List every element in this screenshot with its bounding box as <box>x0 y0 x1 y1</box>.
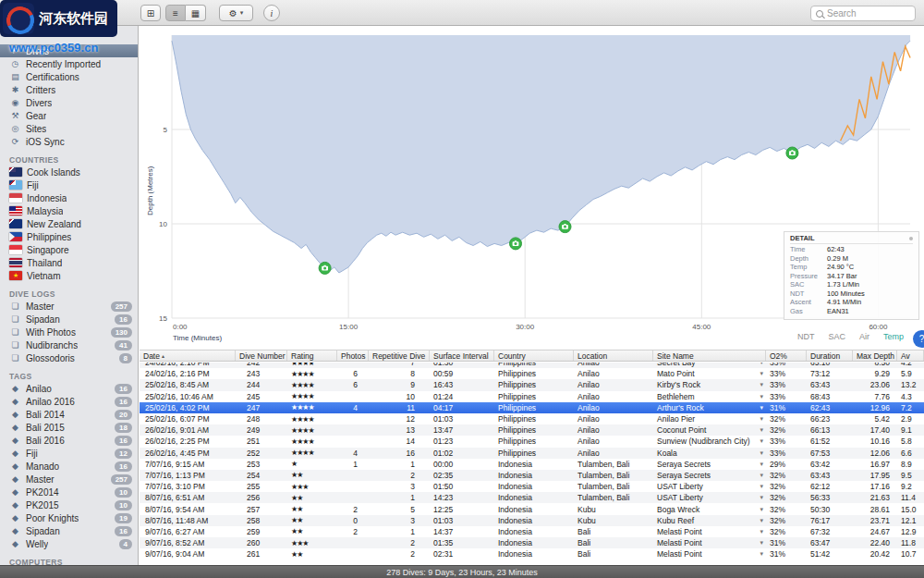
sidebar-item-fiji[interactable]: ◆Fiji12 <box>0 447 138 460</box>
column-header-duration[interactable]: Duration <box>807 350 853 361</box>
chevron-down-icon[interactable]: ▾ <box>760 517 763 524</box>
sidebar-item-divers[interactable]: ◉Divers <box>0 96 138 109</box>
column-header-max-depth[interactable]: Max Depth <box>853 350 897 361</box>
chevron-down-icon[interactable]: ▾ <box>760 506 763 513</box>
sidebar-item-bali-2014[interactable]: ◆Bali 201420 <box>0 408 138 421</box>
column-header-o2[interactable]: O2% <box>766 350 807 361</box>
table-row[interactable]: 7/07/16, 1:13 PM254★★202:35IndonesiaTula… <box>140 470 924 481</box>
sidebar-item-anilao[interactable]: ◆Anilao16 <box>0 382 138 395</box>
search-field[interactable] <box>810 6 916 21</box>
sidebar-item-anilao-2016[interactable]: ◆Anilao 201616 <box>0 395 138 408</box>
camera-marker-icon[interactable] <box>786 147 798 159</box>
dive-profile-chart[interactable]: 510150:0015:0030:0045:0060:00 Depth (Met… <box>140 26 924 350</box>
column-header-rating[interactable]: Rating <box>287 350 337 361</box>
action-menu-button[interactable]: ⚙ ▾ <box>219 5 253 21</box>
toggle-ndt[interactable]: NDT <box>797 332 815 341</box>
table-row[interactable]: 25/02/16, 10:46 AM245★★★★1001:24Philippi… <box>140 391 924 402</box>
sidebar-item-sipadan[interactable]: ❏Sipadan16 <box>0 313 138 326</box>
table-row[interactable]: 24/02/16, 2:16 PM243★★★★6800:59Philippin… <box>140 368 924 379</box>
chevron-down-icon[interactable]: ▾ <box>760 426 763 434</box>
sidebar-item-certifications[interactable]: ▤Certifications <box>0 70 138 83</box>
table-row[interactable]: 9/07/16, 9:04 AM261★★202:31IndonesiaBali… <box>140 548 924 560</box>
cell-o2: 32% <box>766 424 807 436</box>
sidebar-item-ios-sync[interactable]: ⟳iOS Sync <box>0 135 138 148</box>
chevron-down-icon[interactable]: ▾ <box>760 472 763 479</box>
toggle-temp[interactable]: Temp <box>883 332 904 341</box>
column-header-av[interactable]: Av <box>897 350 924 361</box>
chevron-down-icon[interactable]: ▾ <box>760 494 763 501</box>
camera-marker-icon[interactable] <box>510 238 522 250</box>
sidebar-item-thailand[interactable]: Thailand <box>0 256 138 269</box>
sidebar-item-glossodoris[interactable]: ❏Glossodoris8 <box>0 351 138 364</box>
table-row[interactable]: 25/02/16, 6:07 PM248★★★★1201:03Philippin… <box>140 413 924 424</box>
table-row[interactable]: 25/02/16, 8:45 AM244★★★★6916:43Philippin… <box>140 379 924 390</box>
column-header-site-name[interactable]: Site Name <box>653 350 766 361</box>
sidebar-item-new-zealand[interactable]: New Zealand <box>0 217 138 230</box>
column-header-photos[interactable]: Photos <box>337 350 369 361</box>
chevron-down-icon[interactable]: ▾ <box>760 363 763 366</box>
sidebar-item-singapore[interactable]: Singapore <box>0 243 138 256</box>
table-row[interactable]: 8/07/16, 6:51 AM256★★114:23IndonesiaTula… <box>140 492 924 503</box>
column-header-country[interactable]: Country <box>494 350 574 361</box>
column-header-date[interactable]: Date▴ <box>140 350 236 361</box>
sidebar-item-manado[interactable]: ◆Manado16 <box>0 460 138 473</box>
sidebar-item-nudibranchs[interactable]: ❏Nudibranchs41 <box>0 338 138 351</box>
sidebar-item-indonesia[interactable]: Indonesia <box>0 191 138 204</box>
column-header-surface-interval[interactable]: Surface Interval <box>430 350 494 361</box>
gallery-view-button[interactable]: ▦ <box>186 5 206 21</box>
camera-marker-icon[interactable] <box>559 221 571 233</box>
table-row[interactable]: 26/02/16, 9:01 AM249★★★★1313:47Philippin… <box>140 424 924 436</box>
toggle-sac[interactable]: SAC <box>828 332 845 341</box>
sidebar-item-with-photos[interactable]: ❏With Photos130 <box>0 326 138 338</box>
table-row[interactable]: 8/07/16, 11:48 AM258★★0301:03IndonesiaKu… <box>140 515 924 526</box>
table-row[interactable]: 25/02/16, 4:02 PM247★★★★41104:17Philippi… <box>140 402 924 413</box>
sidebar-item-philippines[interactable]: Philippines <box>0 230 138 243</box>
chevron-down-icon[interactable]: ▾ <box>760 461 763 468</box>
sidebar-item-critters[interactable]: ✱Critters <box>0 83 138 96</box>
column-header-dive-number[interactable]: Dive Number <box>236 350 287 361</box>
table-row[interactable]: 26/02/16, 2:25 PM251★★★★1401:23Philippin… <box>140 436 924 447</box>
chevron-down-icon[interactable]: ▾ <box>760 539 763 547</box>
table-row[interactable]: 8/07/16, 9:54 AM257★★2512:25IndonesiaKub… <box>140 503 924 514</box>
sidebar-item-welly[interactable]: ◆Welly4 <box>0 537 138 550</box>
chevron-down-icon[interactable]: ▾ <box>760 415 763 423</box>
sidebar-item-sites[interactable]: ◎Sites <box>0 122 138 135</box>
chevron-down-icon[interactable]: ▾ <box>760 550 763 558</box>
info-button[interactable]: i <box>263 5 280 21</box>
sidebar-item-fiji[interactable]: Fiji <box>0 178 138 191</box>
chevron-down-icon[interactable]: ▾ <box>760 381 763 388</box>
sidebar-item-gear[interactable]: ⚒Gear <box>0 109 138 122</box>
toggle-air[interactable]: Air <box>859 332 869 341</box>
search-input[interactable] <box>827 8 910 18</box>
chevron-down-icon[interactable]: ▾ <box>760 370 763 377</box>
sidebar-item-sipadan[interactable]: ◆Sipadan16 <box>0 524 138 537</box>
sidebar-item-pk2015[interactable]: ◆PK201510 <box>0 498 138 511</box>
table-row[interactable]: 9/07/16, 6:27 AM259★★2114:37IndonesiaBal… <box>140 526 924 537</box>
sidebar-item-pk2014[interactable]: ◆PK201410 <box>0 486 138 498</box>
list-view-button[interactable]: ≡ <box>165 5 186 21</box>
table-view-button[interactable]: ⊞ <box>140 5 161 21</box>
table-row[interactable]: 9/07/16, 8:52 AM260★★★201:35IndonesiaBal… <box>140 537 924 548</box>
chevron-down-icon[interactable]: ▾ <box>760 437 763 445</box>
column-header-location[interactable]: Location <box>574 350 653 361</box>
chevron-down-icon[interactable]: ▾ <box>760 393 763 400</box>
chevron-down-icon[interactable]: ▾ <box>760 483 763 490</box>
sidebar-item-master[interactable]: ❏Master257 <box>0 300 138 313</box>
camera-marker-icon[interactable] <box>319 262 331 274</box>
sidebar-item-cook-islands[interactable]: Cook Islands <box>0 166 138 178</box>
sidebar-item-bali-2015[interactable]: ◆Bali 201518 <box>0 421 138 434</box>
sidebar-item-recently-imported[interactable]: ◷Recently Imported <box>0 57 138 70</box>
chevron-down-icon[interactable]: ▾ <box>760 449 763 457</box>
table-row[interactable]: 7/07/16, 9:15 AM253★1100:00IndonesiaTula… <box>140 459 924 470</box>
table-row[interactable]: 26/02/16, 4:45 PM252★★★★41601:02Philippi… <box>140 448 924 459</box>
table-row[interactable]: 7/07/16, 3:10 PM255★★★301:50IndonesiaTul… <box>140 481 924 492</box>
column-header-repetitive-dive[interactable]: Repetitive Dive <box>369 350 430 361</box>
sidebar-item-vietnam[interactable]: Vietnam <box>0 269 138 282</box>
chevron-down-icon[interactable]: ▾ <box>760 404 763 412</box>
sidebar-item-malaysia[interactable]: Malaysia <box>0 204 138 217</box>
sidebar-item-bali-2016[interactable]: ◆Bali 201616 <box>0 434 138 447</box>
chevron-down-icon[interactable]: ▾ <box>760 528 763 535</box>
sidebar-item-poor-knights[interactable]: ◆Poor Knights19 <box>0 511 138 524</box>
help-button[interactable]: ? <box>913 330 924 348</box>
sidebar-item-master[interactable]: ◆Master257 <box>0 473 138 486</box>
